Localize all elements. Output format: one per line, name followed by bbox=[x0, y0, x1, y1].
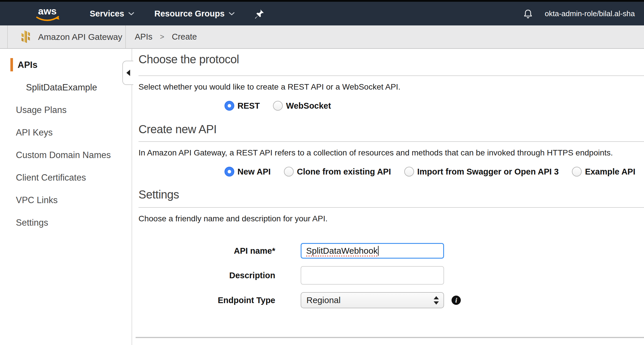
nav-services[interactable]: Services bbox=[90, 2, 134, 25]
section-bottom-rule bbox=[136, 337, 644, 338]
protocol-radio-group: REST WebSocket bbox=[224, 101, 344, 111]
pushpin-icon[interactable] bbox=[254, 9, 264, 19]
text-cursor bbox=[378, 246, 379, 256]
settings-description: Choose a friendly name and description f… bbox=[138, 214, 327, 223]
create-new-description: In Amazon API Gateway, a REST API refers… bbox=[138, 148, 613, 157]
main-content: Choose the protocol Select whether you w… bbox=[133, 49, 644, 345]
form-row-api-name: API name* SplitDataWebhook bbox=[138, 243, 444, 259]
section-title-settings: Settings bbox=[138, 188, 179, 201]
nav-services-label: Services bbox=[90, 9, 124, 18]
select-arrows-icon bbox=[434, 293, 439, 308]
sidebar-item-splitdataexample[interactable]: SplitDataExample bbox=[26, 82, 132, 93]
sidebar-collapse-toggle[interactable] bbox=[122, 61, 133, 85]
api-name-value: SplitDataWebhook bbox=[306, 246, 378, 256]
radio-button[interactable] bbox=[224, 101, 234, 111]
nav-resource-groups-label: Resource Groups bbox=[154, 9, 224, 18]
section-rule bbox=[138, 75, 644, 76]
radio-import-swagger[interactable]: Import from Swagger or Open API 3 bbox=[404, 167, 559, 177]
sidebar-item-vpc-links[interactable]: VPC Links bbox=[16, 195, 132, 205]
radio-button[interactable] bbox=[224, 167, 234, 177]
radio-button[interactable] bbox=[273, 101, 283, 111]
chevron-down-icon bbox=[229, 12, 235, 16]
breadcrumb-create: Create bbox=[172, 32, 197, 42]
bell-icon[interactable] bbox=[523, 9, 533, 19]
breadcrumb-apis[interactable]: APIs bbox=[135, 32, 152, 42]
form-row-endpoint-type: Endpoint Type Regional i bbox=[138, 292, 461, 308]
section-rule bbox=[138, 207, 644, 208]
radio-clone-existing[interactable]: Clone from existing API bbox=[284, 167, 391, 177]
endpoint-type-value: Regional bbox=[306, 295, 340, 305]
api-name-label: API name* bbox=[138, 246, 275, 256]
sidebar: APIs SplitDataExample Usage Plans API Ke… bbox=[0, 49, 132, 345]
sidebar-item-client-certificates[interactable]: Client Certificates bbox=[16, 172, 132, 183]
radio-button[interactable] bbox=[284, 167, 294, 177]
breadcrumb-divider bbox=[125, 25, 126, 48]
radio-new-api[interactable]: New API bbox=[224, 167, 271, 177]
sidebar-item-api-keys[interactable]: API Keys bbox=[16, 127, 132, 138]
aws-top-navbar: aws Services Resource Groups okta-admin-… bbox=[0, 2, 644, 25]
aws-console-page: aws Services Resource Groups okta-admin-… bbox=[0, 0, 644, 345]
breadcrumb-bar: Amazon API Gateway APIs > Create bbox=[0, 25, 644, 49]
section-title-create-new: Create new API bbox=[138, 123, 217, 136]
info-icon[interactable]: i bbox=[452, 296, 461, 305]
aws-logo[interactable]: aws bbox=[34, 5, 62, 23]
protocol-description: Select whether you would like to create … bbox=[138, 82, 400, 92]
selected-indicator bbox=[10, 58, 13, 71]
radio-example-api[interactable]: Example API bbox=[572, 167, 635, 177]
section-rule bbox=[138, 141, 644, 142]
sidebar-item-custom-domain-names[interactable]: Custom Domain Names bbox=[16, 150, 132, 160]
api-gateway-service-icon bbox=[18, 29, 33, 44]
endpoint-type-label: Endpoint Type bbox=[138, 296, 275, 305]
account-menu[interactable]: okta-admin-role/bilal.al-sha bbox=[545, 2, 635, 25]
radio-rest[interactable]: REST bbox=[224, 101, 260, 111]
nav-resource-groups[interactable]: Resource Groups bbox=[154, 2, 235, 25]
api-name-input[interactable]: SplitDataWebhook bbox=[301, 243, 444, 259]
create-new-radio-group: New API Clone from existing API Import f… bbox=[224, 167, 644, 177]
breadcrumb: APIs > Create bbox=[135, 25, 197, 48]
svg-text:aws: aws bbox=[38, 5, 57, 16]
breadcrumb-left-stub bbox=[0, 25, 8, 48]
chevron-down-icon bbox=[128, 12, 134, 16]
endpoint-type-select[interactable]: Regional bbox=[301, 292, 444, 308]
description-input[interactable] bbox=[301, 266, 444, 285]
radio-button[interactable] bbox=[404, 167, 414, 177]
section-title-protocol: Choose the protocol bbox=[138, 53, 239, 66]
description-label: Description bbox=[138, 271, 275, 280]
breadcrumb-separator: > bbox=[160, 32, 164, 41]
service-title[interactable]: Amazon API Gateway bbox=[38, 25, 122, 48]
radio-websocket[interactable]: WebSocket bbox=[273, 101, 331, 111]
account-name: okta-admin-role/bilal.al-sha bbox=[545, 9, 635, 18]
form-row-description: Description bbox=[138, 266, 444, 285]
radio-button[interactable] bbox=[572, 167, 582, 177]
sidebar-item-apis[interactable]: APIs bbox=[18, 60, 132, 70]
chevron-left-icon bbox=[126, 70, 130, 76]
sidebar-item-settings[interactable]: Settings bbox=[16, 218, 132, 228]
sidebar-item-usage-plans[interactable]: Usage Plans bbox=[16, 105, 132, 115]
